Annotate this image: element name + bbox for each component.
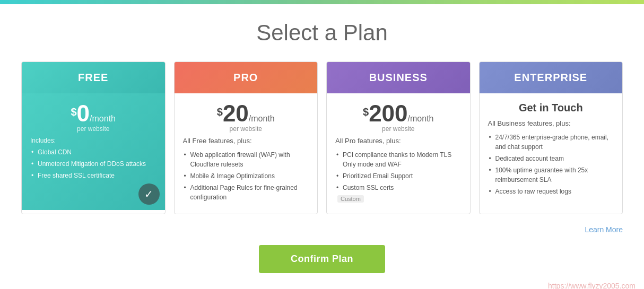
plan-body-free: $0/month per website Includes: Global CD… — [22, 93, 165, 210]
feature-list-pro: Web application firewall (WAF) with Clou… — [183, 149, 309, 203]
page-wrapper: Select a Plan FREE $0/month per website … — [0, 0, 644, 289]
price-dollar-business: $ — [363, 106, 369, 118]
feature-list-enterprise: 24/7/365 enterprise-grade phone, email, … — [488, 132, 614, 197]
plan-price-free: $0/month per website — [30, 102, 156, 133]
feature-business-0: PCI compliance thanks to Modern TLS Only… — [335, 149, 462, 170]
price-period-business: /month — [408, 114, 434, 123]
plans-grid: FREE $0/month per website Includes: Glob… — [21, 62, 623, 214]
feature-pro-2: Additional Page Rules for fine-grained c… — [183, 182, 309, 203]
enterprise-get-touch: Get in Touch — [488, 102, 614, 114]
feature-enterprise-2: 100% uptime guarantee with 25x reimburse… — [488, 164, 614, 186]
per-website-free: per website — [30, 125, 156, 133]
includes-label-free: Includes: — [30, 137, 156, 144]
plan-subtitle-pro: All Free features, plus: — [183, 137, 309, 145]
feature-list-business: PCI compliance thanks to Modern TLS Only… — [335, 149, 462, 194]
learn-more-row: Learn More — [21, 225, 623, 234]
feature-enterprise-3: Access to raw request logs — [488, 186, 614, 197]
price-dollar-free: $ — [71, 106, 76, 118]
confirm-btn-row: Confirm Plan — [21, 245, 623, 273]
feature-free-2: Free shared SSL certificate — [30, 170, 156, 181]
plan-header-free: FREE — [22, 62, 165, 93]
price-amount-free: 0 — [77, 100, 90, 126]
plan-body-business: $200/month per website All Pro features,… — [327, 93, 470, 214]
plan-body-pro: $20/month per website All Free features,… — [175, 93, 318, 214]
plan-card-pro[interactable]: PRO $20/month per website All Free featu… — [174, 62, 318, 214]
plan-name-enterprise: ENTERPRISE — [514, 72, 587, 83]
price-period-free: /month — [90, 114, 116, 123]
custom-badge: Custom — [337, 195, 364, 203]
per-website-pro: per website — [183, 125, 309, 133]
price-period-pro: /month — [249, 114, 275, 123]
page-title: Select a Plan — [21, 20, 623, 46]
plan-card-business[interactable]: BUSINESS $200/month per website All Pro … — [326, 62, 471, 214]
watermark: https://www.flyzy2005.com — [548, 282, 636, 289]
feature-free-1: Unmetered Mitigation of DDoS attacks — [30, 158, 156, 170]
selected-check-icon: ✓ — [138, 183, 160, 205]
plan-header-enterprise: ENTERPRISE — [480, 62, 623, 93]
plan-name-business: BUSINESS — [369, 72, 428, 83]
feature-list-free: Global CDN Unmetered Mitigation of DDoS … — [30, 146, 156, 181]
feature-pro-1: Mobile & Image Optimizations — [183, 170, 309, 182]
feature-pro-0: Web application firewall (WAF) with Clou… — [183, 149, 309, 170]
feature-enterprise-0: 24/7/365 enterprise-grade phone, email, … — [488, 132, 614, 153]
plan-header-pro: PRO — [175, 62, 318, 93]
plan-card-free[interactable]: FREE $0/month per website Includes: Glob… — [21, 62, 166, 214]
plan-subtitle-enterprise: All Business features, plus: — [488, 119, 614, 127]
top-bar — [0, 0, 644, 4]
plan-name-free: FREE — [78, 72, 108, 83]
price-amount-pro: 20 — [223, 100, 249, 126]
confirm-plan-button[interactable]: Confirm Plan — [259, 245, 385, 273]
per-website-business: per website — [335, 125, 462, 133]
feature-business-2: Custom SSL certs — [335, 182, 462, 194]
plan-price-business: $200/month per website — [335, 102, 462, 133]
feature-business-1: Prioritized Email Support — [335, 170, 462, 182]
learn-more-link[interactable]: Learn More — [585, 225, 623, 234]
plan-subtitle-business: All Pro features, plus: — [335, 137, 462, 145]
plan-price-pro: $20/month per website — [183, 102, 309, 133]
price-dollar-pro: $ — [217, 106, 223, 118]
feature-free-0: Global CDN — [30, 146, 156, 158]
plan-name-pro: PRO — [233, 72, 258, 83]
plan-body-enterprise: Get in Touch All Business features, plus… — [480, 93, 623, 210]
plan-header-business: BUSINESS — [327, 62, 470, 93]
content: Select a Plan FREE $0/month per website … — [0, 4, 644, 289]
feature-enterprise-1: Dedicated account team — [488, 153, 614, 164]
price-amount-business: 200 — [369, 100, 407, 126]
plan-card-enterprise[interactable]: ENTERPRISE Get in Touch All Business fea… — [479, 62, 623, 214]
